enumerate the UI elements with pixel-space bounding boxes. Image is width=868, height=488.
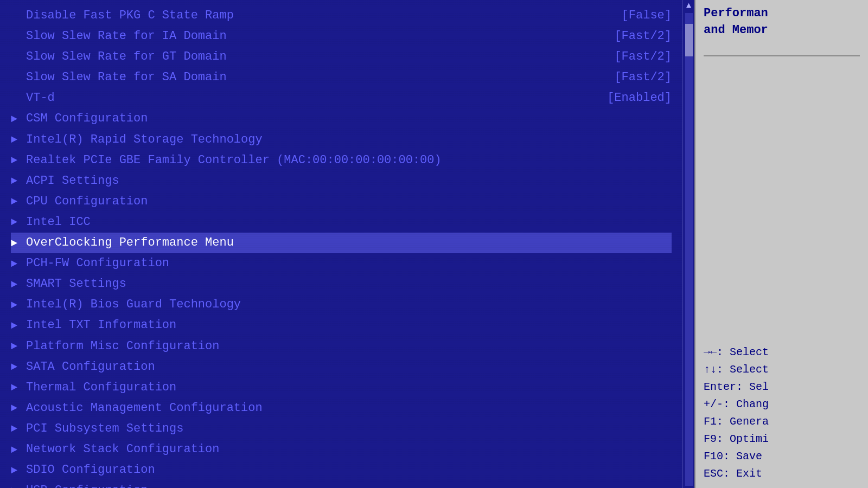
submenu-arrow-icon: ► <box>11 462 22 479</box>
key-line-2: ↑↓: Select <box>704 361 860 378</box>
bios-menu-item-14[interactable]: ►Intel(R) Bios Guard Technology <box>11 294 672 315</box>
bios-menu-item-15[interactable]: ►Intel TXT Information <box>11 315 672 336</box>
menu-item-value: [Fast/2] <box>614 48 672 66</box>
menu-item-value: [Fast/2] <box>614 27 672 46</box>
bios-menu-item-20[interactable]: ►PCI Subsystem Settings <box>11 419 672 439</box>
submenu-arrow-icon: ► <box>11 235 22 252</box>
bios-main-content: Disable Fast PKG C State Ramp[False]Slow… <box>0 0 682 488</box>
menu-item-label: Slow Slew Rate for GT Domain <box>26 48 603 66</box>
bios-menu-item-22[interactable]: ►SDIO Configuration <box>11 460 672 480</box>
submenu-arrow-icon: ► <box>11 317 22 334</box>
submenu-arrow-icon: ► <box>11 111 22 127</box>
key-line-6: F9: Optimi <box>704 431 860 448</box>
submenu-arrow-icon: ► <box>11 255 22 272</box>
menu-item-label: PCI Subsystem Settings <box>26 420 672 438</box>
submenu-arrow-icon: ► <box>11 358 22 375</box>
submenu-arrow-icon: ► <box>11 297 22 313</box>
menu-item-label: SATA Configuration <box>26 358 672 376</box>
submenu-arrow-icon: ► <box>11 441 22 458</box>
bios-menu-item-3[interactable]: Slow Slew Rate for SA Domain[Fast/2] <box>11 67 672 88</box>
submenu-arrow-icon: ► <box>11 276 22 293</box>
bios-menu-item-2[interactable]: Slow Slew Rate for GT Domain[Fast/2] <box>11 47 672 67</box>
key-line-4: +/-: Chang <box>704 396 860 413</box>
help-keys-section: →←: Select ↑↓: Select Enter: Sel +/-: Ch… <box>704 344 860 483</box>
menu-item-label: CSM Configuration <box>26 110 672 128</box>
menu-item-label: SDIO Configuration <box>26 461 672 479</box>
menu-item-label: PCH-FW Configuration <box>26 254 672 273</box>
menu-item-label: Intel ICC <box>26 213 672 232</box>
submenu-arrow-icon: ► <box>11 131 22 148</box>
submenu-arrow-icon: ► <box>11 152 22 169</box>
menu-item-label: Slow Slew Rate for IA Domain <box>26 27 603 46</box>
submenu-arrow-icon: ► <box>11 193 22 210</box>
help-title: Performanand Memor <box>704 5 860 39</box>
bios-menu-item-18[interactable]: ►Thermal Configuration <box>11 377 672 398</box>
submenu-arrow-icon: ► <box>11 483 22 488</box>
bios-menu-item-4[interactable]: VT-d[Enabled] <box>11 88 672 108</box>
menu-item-label: ACPI Settings <box>26 172 672 190</box>
key-line-3: Enter: Sel <box>704 378 860 396</box>
menu-item-label: Platform Misc Configuration <box>26 337 672 356</box>
bios-menu-list[interactable]: Disable Fast PKG C State Ramp[False]Slow… <box>11 5 672 488</box>
bios-menu-item-21[interactable]: ►Network Stack Configuration <box>11 439 672 460</box>
key-line-8: ESC: Exit <box>704 465 860 483</box>
menu-item-value: [Enabled] <box>607 89 672 107</box>
scroll-track[interactable] <box>685 13 693 486</box>
submenu-arrow-icon: ► <box>11 172 22 189</box>
bios-menu-item-13[interactable]: ►SMART Settings <box>11 274 672 294</box>
submenu-arrow-icon: ► <box>11 214 22 230</box>
scroll-up-arrow[interactable]: ▲ <box>686 1 692 11</box>
bios-menu-item-12[interactable]: ►PCH-FW Configuration <box>11 253 672 274</box>
bios-menu-item-8[interactable]: ►ACPI Settings <box>11 171 672 191</box>
submenu-arrow-icon: ► <box>11 379 22 396</box>
key-line-5: F1: Genera <box>704 413 860 431</box>
menu-item-label: SMART Settings <box>26 275 672 293</box>
menu-item-label: USB Configuration <box>26 481 672 488</box>
menu-item-label: Realtek PCIe GBE Family Controller (MAC:… <box>26 151 672 170</box>
bios-menu-item-23[interactable]: ►USB Configuration <box>11 480 672 488</box>
menu-item-label: Intel(R) Rapid Storage Technology <box>26 131 672 149</box>
scroll-thumb[interactable] <box>685 24 693 56</box>
key-line-1: →←: Select <box>704 344 860 361</box>
menu-item-value: [Fast/2] <box>614 68 672 87</box>
bios-menu-item-17[interactable]: ►SATA Configuration <box>11 357 672 377</box>
submenu-arrow-icon: ► <box>11 338 22 355</box>
bios-menu-item-9[interactable]: ►CPU Configuration <box>11 191 672 212</box>
bios-menu-item-11[interactable]: ►OverClocking Performance Menu <box>11 233 672 253</box>
submenu-arrow-icon: ► <box>11 420 22 437</box>
bios-menu-item-0[interactable]: Disable Fast PKG C State Ramp[False] <box>11 5 672 26</box>
bios-menu-item-10[interactable]: ►Intel ICC <box>11 212 672 233</box>
menu-item-label: CPU Configuration <box>26 192 672 211</box>
bios-menu-item-7[interactable]: ►Realtek PCIe GBE Family Controller (MAC… <box>11 150 672 171</box>
bios-menu-item-1[interactable]: Slow Slew Rate for IA Domain[Fast/2] <box>11 26 672 47</box>
submenu-arrow-icon: ► <box>11 400 22 416</box>
key-line-7: F10: Save <box>704 448 860 465</box>
menu-item-label: Acoustic Management Configuration <box>26 399 672 418</box>
bios-menu-item-19[interactable]: ►Acoustic Management Configuration <box>11 398 672 419</box>
bios-menu-item-6[interactable]: ►Intel(R) Rapid Storage Technology <box>11 130 672 150</box>
panel-divider <box>704 55 860 56</box>
menu-item-label: Thermal Configuration <box>26 378 672 397</box>
menu-item-label: Disable Fast PKG C State Ramp <box>26 7 611 25</box>
menu-item-label: Network Stack Configuration <box>26 440 672 459</box>
menu-item-label: Slow Slew Rate for SA Domain <box>26 68 603 87</box>
menu-item-value: [False] <box>622 7 672 25</box>
menu-item-label: OverClocking Performance Menu <box>26 234 672 252</box>
scrollbar[interactable]: ▲ <box>682 0 694 488</box>
right-help-panel: Performanand Memor →←: Select ↑↓: Select… <box>694 0 868 488</box>
menu-item-label: Intel(R) Bios Guard Technology <box>26 296 672 314</box>
menu-item-label: Intel TXT Information <box>26 316 672 335</box>
bios-menu-item-5[interactable]: ►CSM Configuration <box>11 108 672 129</box>
bios-menu-item-16[interactable]: ►Platform Misc Configuration <box>11 336 672 357</box>
menu-item-label: VT-d <box>26 89 596 107</box>
